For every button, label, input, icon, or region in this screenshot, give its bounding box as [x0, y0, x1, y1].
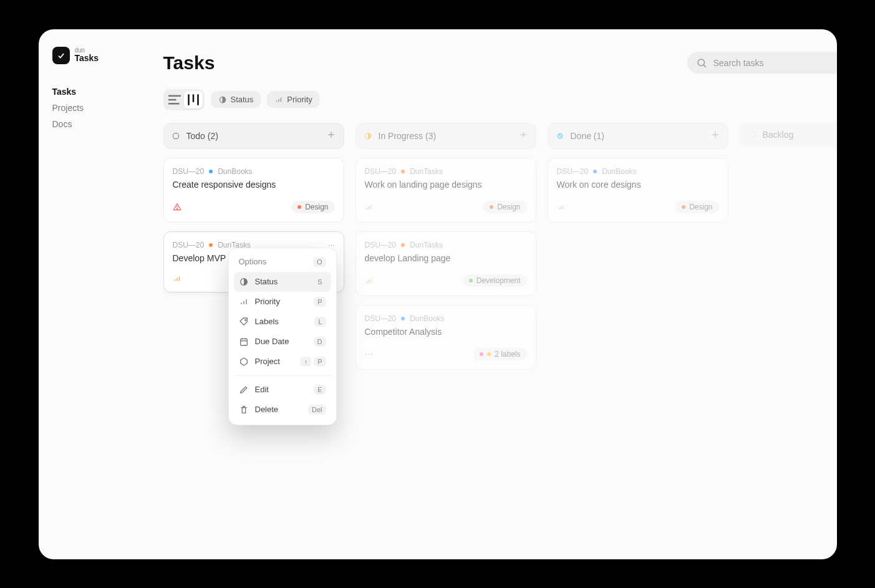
menu-item-priority[interactable]: Priority P: [234, 292, 331, 312]
project-dot-icon: [401, 243, 405, 247]
project-name: DunBooks: [602, 167, 636, 176]
list-icon: [165, 90, 184, 109]
priority-bars-icon: [173, 274, 181, 283]
main-panel: Tasks ⌘ K: [163, 29, 837, 559]
task-id: DSU—20: [365, 314, 397, 323]
task-card[interactable]: DSU—20 DunBooks Competitor Analysis ··· …: [355, 305, 536, 370]
project-name: DunTasks: [410, 167, 443, 176]
project-name: DunBooks: [410, 314, 444, 323]
nav-item-projects[interactable]: Projects: [52, 103, 150, 113]
task-tag[interactable]: Development: [463, 274, 527, 287]
column-header: Backlog: [740, 123, 837, 147]
shortcut-key: L: [314, 317, 326, 327]
task-tag[interactable]: Design: [291, 201, 334, 213]
project-dot-icon: [401, 170, 405, 173]
tag-icon: [239, 317, 249, 327]
app-window: dun Tasks Tasks Projects Docs Tasks ⌘ K: [39, 29, 837, 559]
column-add-button[interactable]: [518, 130, 528, 142]
task-title: Work on landing page designs: [365, 180, 527, 190]
priority-bars-icon: [365, 203, 374, 211]
bars-icon: [239, 297, 249, 307]
shortcut-key: P: [314, 357, 326, 367]
task-tag[interactable]: Design: [483, 201, 526, 213]
topbar: Tasks ⌘ K: [163, 52, 837, 89]
circle-icon: [172, 132, 180, 140]
board-wrap: Todo (2) DSU—20 DunBooks Create responsi…: [163, 123, 837, 559]
search-input[interactable]: [713, 58, 832, 68]
bars-icon: [274, 95, 283, 104]
app-logo: dun Tasks: [52, 47, 150, 64]
nav-item-tasks[interactable]: Tasks: [52, 87, 150, 97]
filter-status[interactable]: Status: [211, 91, 261, 108]
view-board-button[interactable]: [184, 91, 203, 108]
sidebar: dun Tasks Tasks Projects Docs: [39, 29, 163, 559]
svg-rect-43: [240, 339, 247, 345]
view-toggle: [163, 89, 205, 110]
shortcut-key: P: [314, 297, 326, 307]
svg-line-1: [703, 65, 705, 67]
column-backlog: Backlog: [740, 123, 837, 378]
menu-item-labels[interactable]: Labels L: [234, 312, 331, 332]
svg-point-0: [698, 59, 705, 66]
alert-triangle-icon: [173, 203, 181, 211]
dashed-circle-icon: [748, 130, 757, 139]
task-title: Work on core designs: [557, 180, 719, 190]
nav-item-docs[interactable]: Docs: [52, 119, 150, 129]
column-inprogress: In Progress (3) DSU—20 DunTasks Work on …: [355, 123, 536, 378]
calendar-icon: [239, 337, 249, 347]
project-name: DunBooks: [218, 167, 252, 176]
task-card[interactable]: DSU—20 DunBooks Work on core designs Des…: [548, 158, 728, 223]
logo-badge-icon: [52, 47, 70, 64]
column-add-button[interactable]: [326, 130, 336, 142]
menu-item-status[interactable]: Status S: [234, 272, 331, 292]
task-card[interactable]: DSU—20 DunTasks develop Landing page Dev…: [355, 231, 536, 296]
column-title: Done (1): [571, 131, 704, 141]
task-card[interactable]: DSU—20 DunTasks Work on landing page des…: [355, 158, 536, 223]
column-header: Done (1): [548, 123, 728, 149]
shortcut-key: S: [314, 277, 326, 287]
menu-item-edit[interactable]: Edit E: [234, 380, 331, 400]
task-tag[interactable]: 2 labels: [473, 348, 526, 360]
task-title: develop Landing page: [365, 253, 527, 263]
menu-item-project[interactable]: Project ↑ P: [234, 352, 331, 372]
task-card[interactable]: DSU—20 DunBooks Create responsive design…: [163, 158, 344, 223]
menu-item-duedate[interactable]: Due Date D: [234, 332, 331, 352]
menu-item-delete[interactable]: Delete Del: [234, 400, 331, 420]
svg-point-31: [557, 133, 563, 138]
shortcut-key: O: [313, 257, 326, 267]
context-menu: Options O Status S Priority P Labels L D…: [228, 248, 337, 425]
shortcut-key: D: [314, 337, 326, 347]
sidebar-nav: Tasks Projects Docs: [52, 87, 150, 129]
page-title: Tasks: [163, 52, 677, 74]
project-name: DunTasks: [410, 241, 443, 249]
task-id: DSU—20: [365, 167, 397, 176]
hexagon-icon: [239, 357, 249, 367]
menu-separator: [234, 375, 331, 376]
view-list-button[interactable]: [165, 91, 184, 108]
plus-icon: [326, 130, 336, 140]
column-add-button[interactable]: [710, 130, 720, 142]
filter-priority[interactable]: Priority: [267, 91, 319, 108]
search-box[interactable]: ⌘ K: [687, 52, 837, 74]
svg-point-14: [173, 133, 178, 138]
plus-icon: [518, 130, 528, 140]
column-title: Todo (2): [186, 131, 320, 141]
column-title: Backlog: [763, 130, 837, 140]
shortcut-key: E: [314, 385, 326, 395]
pencil-icon: [239, 385, 249, 395]
svg-marker-47: [240, 358, 247, 365]
task-id: DSU—20: [173, 241, 205, 249]
task-title: Competitor Analysis: [365, 327, 527, 337]
search-icon: [696, 57, 707, 69]
project-dot-icon: [401, 317, 405, 321]
shortcut-key: ↑: [300, 357, 311, 367]
menu-header: Options O: [234, 253, 331, 272]
task-tag[interactable]: Design: [675, 201, 718, 213]
plus-icon: [710, 130, 720, 140]
trash-icon: [239, 405, 249, 415]
priority-bars-icon: [365, 276, 374, 285]
filters-bar: Status Priority: [163, 89, 837, 123]
project-dot-icon: [209, 170, 213, 173]
shortcut-key: Del: [308, 405, 326, 415]
board-icon: [184, 90, 203, 109]
